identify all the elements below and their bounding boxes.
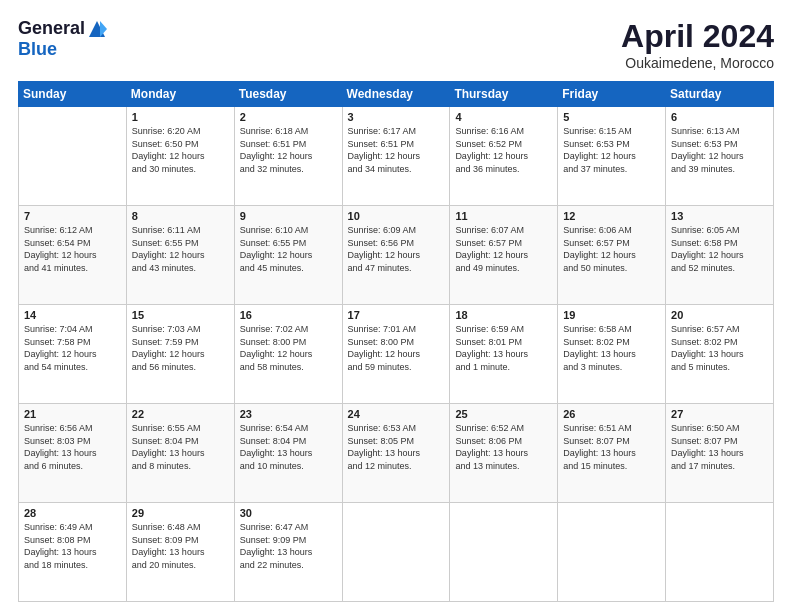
month-title: April 2024 <box>621 18 774 55</box>
day-number: 24 <box>348 408 445 420</box>
day-info: Sunrise: 6:49 AM Sunset: 8:08 PM Dayligh… <box>24 521 121 571</box>
calendar-day-cell: 26Sunrise: 6:51 AM Sunset: 8:07 PM Dayli… <box>558 404 666 503</box>
col-sunday: Sunday <box>19 82 127 107</box>
calendar-day-cell: 1Sunrise: 6:20 AM Sunset: 6:50 PM Daylig… <box>126 107 234 206</box>
calendar-day-cell: 14Sunrise: 7:04 AM Sunset: 7:58 PM Dayli… <box>19 305 127 404</box>
title-section: April 2024 Oukaimedene, Morocco <box>621 18 774 71</box>
day-info: Sunrise: 6:53 AM Sunset: 8:05 PM Dayligh… <box>348 422 445 472</box>
logo-icon <box>87 19 107 39</box>
day-number: 28 <box>24 507 121 519</box>
day-info: Sunrise: 6:54 AM Sunset: 8:04 PM Dayligh… <box>240 422 337 472</box>
day-number: 17 <box>348 309 445 321</box>
day-info: Sunrise: 6:12 AM Sunset: 6:54 PM Dayligh… <box>24 224 121 274</box>
day-number: 3 <box>348 111 445 123</box>
calendar-header-row: Sunday Monday Tuesday Wednesday Thursday… <box>19 82 774 107</box>
day-number: 8 <box>132 210 229 222</box>
calendar-week-row: 21Sunrise: 6:56 AM Sunset: 8:03 PM Dayli… <box>19 404 774 503</box>
calendar-day-cell <box>19 107 127 206</box>
day-info: Sunrise: 6:17 AM Sunset: 6:51 PM Dayligh… <box>348 125 445 175</box>
day-number: 2 <box>240 111 337 123</box>
day-info: Sunrise: 6:56 AM Sunset: 8:03 PM Dayligh… <box>24 422 121 472</box>
calendar-day-cell: 28Sunrise: 6:49 AM Sunset: 8:08 PM Dayli… <box>19 503 127 602</box>
day-info: Sunrise: 6:50 AM Sunset: 8:07 PM Dayligh… <box>671 422 768 472</box>
day-number: 15 <box>132 309 229 321</box>
day-number: 10 <box>348 210 445 222</box>
day-info: Sunrise: 7:04 AM Sunset: 7:58 PM Dayligh… <box>24 323 121 373</box>
day-number: 27 <box>671 408 768 420</box>
day-number: 19 <box>563 309 660 321</box>
calendar-day-cell: 24Sunrise: 6:53 AM Sunset: 8:05 PM Dayli… <box>342 404 450 503</box>
day-info: Sunrise: 6:57 AM Sunset: 8:02 PM Dayligh… <box>671 323 768 373</box>
day-info: Sunrise: 6:18 AM Sunset: 6:51 PM Dayligh… <box>240 125 337 175</box>
page: General Blue April 2024 Oukaimedene, Mor… <box>0 0 792 612</box>
day-info: Sunrise: 6:09 AM Sunset: 6:56 PM Dayligh… <box>348 224 445 274</box>
calendar-day-cell: 7Sunrise: 6:12 AM Sunset: 6:54 PM Daylig… <box>19 206 127 305</box>
day-info: Sunrise: 7:02 AM Sunset: 8:00 PM Dayligh… <box>240 323 337 373</box>
col-saturday: Saturday <box>666 82 774 107</box>
calendar-week-row: 1Sunrise: 6:20 AM Sunset: 6:50 PM Daylig… <box>19 107 774 206</box>
day-info: Sunrise: 6:13 AM Sunset: 6:53 PM Dayligh… <box>671 125 768 175</box>
day-number: 6 <box>671 111 768 123</box>
calendar-day-cell: 5Sunrise: 6:15 AM Sunset: 6:53 PM Daylig… <box>558 107 666 206</box>
calendar-day-cell: 9Sunrise: 6:10 AM Sunset: 6:55 PM Daylig… <box>234 206 342 305</box>
calendar-day-cell: 13Sunrise: 6:05 AM Sunset: 6:58 PM Dayli… <box>666 206 774 305</box>
calendar-day-cell: 21Sunrise: 6:56 AM Sunset: 8:03 PM Dayli… <box>19 404 127 503</box>
logo-blue-text: Blue <box>18 39 57 60</box>
day-number: 12 <box>563 210 660 222</box>
calendar-day-cell <box>666 503 774 602</box>
day-number: 23 <box>240 408 337 420</box>
day-info: Sunrise: 6:11 AM Sunset: 6:55 PM Dayligh… <box>132 224 229 274</box>
day-number: 5 <box>563 111 660 123</box>
day-info: Sunrise: 6:16 AM Sunset: 6:52 PM Dayligh… <box>455 125 552 175</box>
calendar-week-row: 7Sunrise: 6:12 AM Sunset: 6:54 PM Daylig… <box>19 206 774 305</box>
day-number: 26 <box>563 408 660 420</box>
day-number: 20 <box>671 309 768 321</box>
calendar-day-cell: 30Sunrise: 6:47 AM Sunset: 9:09 PM Dayli… <box>234 503 342 602</box>
day-number: 9 <box>240 210 337 222</box>
col-tuesday: Tuesday <box>234 82 342 107</box>
logo: General Blue <box>18 18 107 60</box>
location: Oukaimedene, Morocco <box>621 55 774 71</box>
calendar-day-cell: 8Sunrise: 6:11 AM Sunset: 6:55 PM Daylig… <box>126 206 234 305</box>
day-info: Sunrise: 6:51 AM Sunset: 8:07 PM Dayligh… <box>563 422 660 472</box>
col-thursday: Thursday <box>450 82 558 107</box>
day-number: 18 <box>455 309 552 321</box>
calendar-day-cell: 27Sunrise: 6:50 AM Sunset: 8:07 PM Dayli… <box>666 404 774 503</box>
col-monday: Monday <box>126 82 234 107</box>
header: General Blue April 2024 Oukaimedene, Mor… <box>18 18 774 71</box>
logo-general-text: General <box>18 18 85 39</box>
day-info: Sunrise: 7:01 AM Sunset: 8:00 PM Dayligh… <box>348 323 445 373</box>
calendar-day-cell: 20Sunrise: 6:57 AM Sunset: 8:02 PM Dayli… <box>666 305 774 404</box>
day-number: 1 <box>132 111 229 123</box>
day-info: Sunrise: 6:06 AM Sunset: 6:57 PM Dayligh… <box>563 224 660 274</box>
day-info: Sunrise: 6:20 AM Sunset: 6:50 PM Dayligh… <box>132 125 229 175</box>
day-info: Sunrise: 7:03 AM Sunset: 7:59 PM Dayligh… <box>132 323 229 373</box>
calendar-day-cell: 4Sunrise: 6:16 AM Sunset: 6:52 PM Daylig… <box>450 107 558 206</box>
day-info: Sunrise: 6:48 AM Sunset: 8:09 PM Dayligh… <box>132 521 229 571</box>
day-number: 14 <box>24 309 121 321</box>
calendar-day-cell: 19Sunrise: 6:58 AM Sunset: 8:02 PM Dayli… <box>558 305 666 404</box>
day-info: Sunrise: 6:07 AM Sunset: 6:57 PM Dayligh… <box>455 224 552 274</box>
day-info: Sunrise: 6:52 AM Sunset: 8:06 PM Dayligh… <box>455 422 552 472</box>
day-info: Sunrise: 6:47 AM Sunset: 9:09 PM Dayligh… <box>240 521 337 571</box>
calendar-day-cell: 22Sunrise: 6:55 AM Sunset: 8:04 PM Dayli… <box>126 404 234 503</box>
calendar-day-cell: 16Sunrise: 7:02 AM Sunset: 8:00 PM Dayli… <box>234 305 342 404</box>
calendar-week-row: 28Sunrise: 6:49 AM Sunset: 8:08 PM Dayli… <box>19 503 774 602</box>
calendar-day-cell: 17Sunrise: 7:01 AM Sunset: 8:00 PM Dayli… <box>342 305 450 404</box>
day-number: 11 <box>455 210 552 222</box>
calendar-day-cell <box>558 503 666 602</box>
day-number: 4 <box>455 111 552 123</box>
calendar-day-cell <box>342 503 450 602</box>
day-info: Sunrise: 6:59 AM Sunset: 8:01 PM Dayligh… <box>455 323 552 373</box>
calendar-table: Sunday Monday Tuesday Wednesday Thursday… <box>18 81 774 602</box>
day-number: 16 <box>240 309 337 321</box>
day-info: Sunrise: 6:10 AM Sunset: 6:55 PM Dayligh… <box>240 224 337 274</box>
calendar-day-cell: 2Sunrise: 6:18 AM Sunset: 6:51 PM Daylig… <box>234 107 342 206</box>
calendar-day-cell: 15Sunrise: 7:03 AM Sunset: 7:59 PM Dayli… <box>126 305 234 404</box>
day-number: 30 <box>240 507 337 519</box>
day-number: 7 <box>24 210 121 222</box>
col-friday: Friday <box>558 82 666 107</box>
calendar-day-cell <box>450 503 558 602</box>
day-info: Sunrise: 6:55 AM Sunset: 8:04 PM Dayligh… <box>132 422 229 472</box>
calendar-day-cell: 23Sunrise: 6:54 AM Sunset: 8:04 PM Dayli… <box>234 404 342 503</box>
